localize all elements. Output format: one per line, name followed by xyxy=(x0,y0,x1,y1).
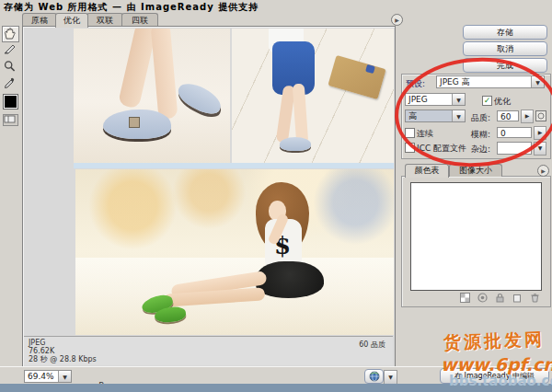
tab-2up[interactable]: 双联 xyxy=(86,13,123,27)
quality-channel-button[interactable] xyxy=(535,110,546,123)
optimized-preview-panel[interactable]: $ JPEG 76.62K 28 秒 @ 28.8 Kbps 60 品质 xyxy=(22,26,396,367)
photo-divider-strip xyxy=(74,163,394,168)
optimize-info-strip: JPEG 76.62K 28 秒 @ 28.8 Kbps 60 品质 xyxy=(24,336,393,365)
done-button[interactable]: 完成 xyxy=(463,58,547,73)
dropdown-arrow-icon[interactable]: ▼ xyxy=(58,371,71,382)
cancel-button[interactable]: 取消 xyxy=(463,41,547,56)
tab-image-size[interactable]: 图像大小 xyxy=(449,164,502,177)
dropdown-arrow-icon: ▼ xyxy=(538,144,543,151)
blur-slider-button[interactable]: ▶ xyxy=(534,126,546,140)
zoom-level-select[interactable]: 69.4% ▼ xyxy=(24,370,72,383)
toggle-slices-visibility-button[interactable] xyxy=(3,114,18,126)
photo-slipper xyxy=(280,137,311,151)
slice-select-icon xyxy=(3,43,17,56)
color-table-area[interactable] xyxy=(410,182,542,291)
eyedropper-tool-button[interactable] xyxy=(2,75,19,92)
preset-dropdown[interactable]: JPEG 高 ▼ xyxy=(436,75,545,88)
tab-original[interactable]: 原稿 xyxy=(22,13,57,27)
zoom-value: 69.4% xyxy=(28,372,54,381)
slice-visibility-icon xyxy=(4,115,16,123)
format-value: JPEG xyxy=(408,95,428,104)
eyedropper-icon xyxy=(3,76,17,89)
matte-dropdown[interactable] xyxy=(497,142,532,155)
photo-leg xyxy=(151,29,178,120)
icc-profile-checkbox[interactable] xyxy=(405,143,415,153)
quality-level-value: 高 xyxy=(408,111,417,121)
channel-mask-icon xyxy=(535,110,546,121)
photo-slipper xyxy=(174,78,224,120)
blur-value-field[interactable]: 0 xyxy=(497,127,532,138)
browser-select-arrow[interactable]: ▼ xyxy=(384,370,397,385)
progressive-label: 连续 xyxy=(417,128,433,140)
info-quality: 60 品质 xyxy=(359,340,385,349)
preset-value: JPEG 高 xyxy=(440,77,470,86)
optimize-label: 优化 xyxy=(494,96,511,108)
watermark-forum-url: bbs.taobao.com xyxy=(449,373,552,389)
watermark-site-url: www.6pf.cn xyxy=(441,354,552,375)
tab-optimized[interactable]: 优化 xyxy=(55,13,88,28)
spinner-arrow-icon: ▶ xyxy=(525,112,530,119)
dialog-title: 存储为 Web 所用格式 — 由 ImageReady 提供支持 xyxy=(4,1,259,14)
save-for-web-dialog: 存储为 Web 所用格式 — 由 ImageReady 提供支持 原稿 优化 双… xyxy=(0,0,552,392)
dropdown-arrow-icon[interactable]: ▼ xyxy=(531,76,544,87)
menu-arrow-icon: ▶ xyxy=(395,17,399,23)
zoom-tool-button[interactable] xyxy=(2,59,19,75)
quality-level-dropdown[interactable]: 高 ▼ xyxy=(405,110,466,122)
dropdown-arrow-icon[interactable]: ▼ xyxy=(452,94,465,105)
icc-profile-label: ICC 配置文件 xyxy=(417,143,466,155)
photo-cardboard xyxy=(328,55,385,99)
photo-top-left-slippers xyxy=(74,29,230,163)
title-bar: 存储为 Web 所用格式 — 由 ImageReady 提供支持 xyxy=(0,0,552,12)
photo-top-right-girl xyxy=(232,29,394,163)
info-format: JPEG xyxy=(29,339,45,347)
preset-label: 预设: xyxy=(406,78,425,90)
tab-4up[interactable]: 四联 xyxy=(121,13,158,27)
color-table-toolbar xyxy=(460,293,548,304)
browser-globe-icon xyxy=(369,371,380,382)
quality-value-field[interactable]: 60 xyxy=(497,110,519,121)
watermark-site-name: 货源批发网 xyxy=(443,328,546,355)
lock-color-icon[interactable] xyxy=(495,293,505,303)
trash-icon[interactable] xyxy=(530,293,540,303)
tab-color-table[interactable]: 颜色表 xyxy=(405,164,449,178)
quality-label: 品质: xyxy=(471,112,490,124)
progressive-checkbox[interactable] xyxy=(405,128,415,138)
preview-in-browser-button[interactable] xyxy=(364,369,384,384)
snap-transparency-icon[interactable] xyxy=(460,293,470,303)
matte-label: 杂边: xyxy=(471,144,490,156)
dropdown-arrow-icon[interactable]: ▼ xyxy=(452,110,465,121)
new-color-icon[interactable] xyxy=(512,293,523,303)
blur-label: 模糊: xyxy=(471,129,490,141)
matte-arrow-button[interactable]: ▼ xyxy=(534,142,546,156)
spinner-arrow-icon: ▶ xyxy=(538,129,543,135)
save-button[interactable]: 存储 xyxy=(463,25,547,40)
zoom-icon xyxy=(3,60,17,73)
eyedropper-color-swatch[interactable] xyxy=(3,94,18,110)
hand-tool-button[interactable] xyxy=(2,26,19,42)
hand-icon xyxy=(3,27,17,40)
info-download-time: 28 秒 @ 28.8 Kbps xyxy=(29,355,97,363)
info-file-size: 76.62K xyxy=(29,347,54,355)
optimize-checkbox[interactable]: ✓ xyxy=(482,96,492,106)
quality-slider-button[interactable]: ▶ xyxy=(521,110,534,123)
photo-buckle xyxy=(129,117,140,128)
color-table-menu-button[interactable]: ▶ xyxy=(537,165,549,177)
format-dropdown[interactable]: JPEG ▼ xyxy=(405,93,466,106)
dropdown-arrow-icon: ▼ xyxy=(388,374,393,380)
preview-menu-button[interactable]: ▶ xyxy=(391,14,403,26)
menu-arrow-icon: ▶ xyxy=(541,167,546,174)
web-shift-icon[interactable] xyxy=(477,293,488,303)
slice-select-tool-button[interactable] xyxy=(2,42,19,59)
photo-bottom-girl-sitting: $ xyxy=(75,169,394,335)
check-icon: ✓ xyxy=(484,96,491,105)
